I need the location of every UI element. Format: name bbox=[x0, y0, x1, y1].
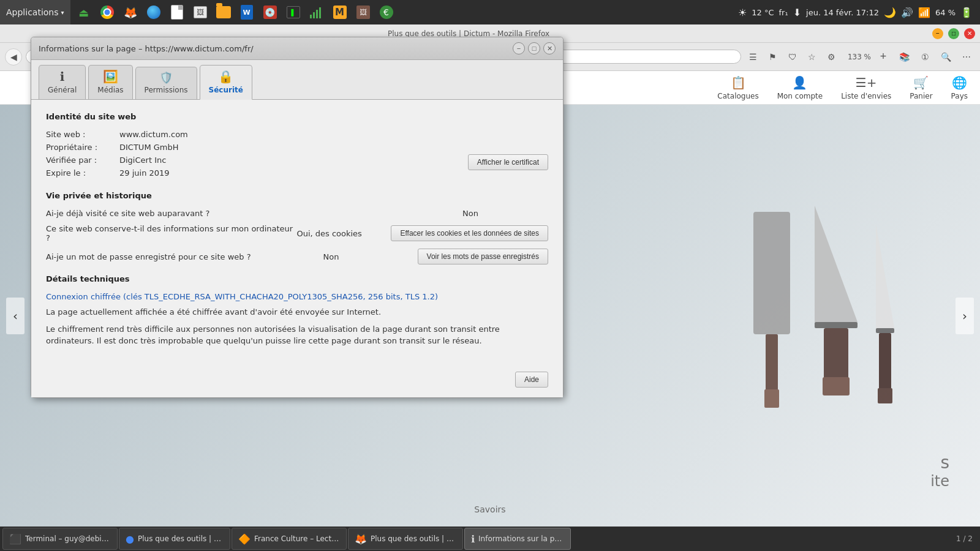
email-icon-btn[interactable] bbox=[143, 1, 165, 23]
verifiee-value: DigiCert Inc bbox=[119, 156, 166, 165]
security-tab-label: Sécurité bbox=[209, 86, 243, 94]
tab-media[interactable]: 🖼️ Médias bbox=[88, 65, 132, 99]
pageinfo-taskbar-label: Informations sur la page – https://… bbox=[478, 534, 564, 543]
tab-security[interactable]: 🔒 Sécurité bbox=[200, 65, 252, 100]
effacer-cookies-button[interactable]: Effacer les cookies et les données de si… bbox=[391, 225, 548, 241]
privacy-q3: Ai-je un mot de passe enregistré pour ce… bbox=[46, 252, 323, 261]
image-viewer-icon-btn[interactable]: 🖼 bbox=[352, 1, 374, 23]
proprietaire-label: Propriétaire : bbox=[46, 143, 119, 152]
security-tab-icon: 🔒 bbox=[218, 69, 233, 84]
dialog-title: Informations sur la page – https://www.d… bbox=[39, 44, 254, 53]
doc-icon bbox=[170, 5, 184, 20]
chrome-icon-btn[interactable] bbox=[96, 1, 118, 23]
gallery-icon: 🖼 bbox=[193, 5, 208, 20]
voir-mdp-button[interactable]: Voir les mots de passe enregistrés bbox=[418, 249, 548, 264]
site-web-label: Site web : bbox=[46, 130, 119, 139]
taskbar-chrome[interactable]: ● Plus que des outils | Dictum – Chr… bbox=[119, 528, 230, 550]
verifiee-label: Vérifiée par : bbox=[46, 156, 119, 165]
general-tab-icon: ℹ️ bbox=[60, 69, 65, 84]
taskbar-vlc[interactable]: 🔶 France Culture – Lecteur multiméd… bbox=[232, 528, 347, 550]
firefox-icon-btn[interactable]: 🦊 bbox=[119, 1, 141, 23]
moon-icon: 🌙 bbox=[884, 7, 896, 18]
gallery-icon-btn[interactable]: 🖼 bbox=[189, 1, 211, 23]
email-icon bbox=[146, 5, 161, 20]
vlc-taskbar-label: France Culture – Lecteur multiméd… bbox=[254, 534, 340, 543]
firefox-icon: 🦊 bbox=[123, 5, 138, 20]
dialog-overlay: Informations sur la page – https://www.d… bbox=[0, 0, 980, 551]
page-info-dialog: Informations sur la page – https://www.d… bbox=[31, 37, 564, 398]
terminal-icon: ▋ bbox=[286, 5, 301, 20]
tech-para1: La page actuellement affichée a été chif… bbox=[46, 306, 548, 318]
afficher-certificat-button[interactable]: Afficher le certificat bbox=[468, 154, 548, 170]
taskbar-terminal[interactable]: ⬛ Terminal – guy@debian: ~ bbox=[2, 528, 118, 550]
dialog-minimize-button[interactable]: − bbox=[513, 42, 525, 54]
firefox-taskbar-icon: 🦊 bbox=[355, 533, 367, 545]
system-tray: ☀ 12 °C fr₁ ⬇ jeu. 14 févr. 17:12 🌙 🔊 📶 … bbox=[738, 7, 980, 18]
expire-row: Expire le : 29 juin 2019 bbox=[46, 168, 456, 178]
download-icon: ⬇ bbox=[793, 7, 801, 18]
datetime-label: jeu. 14 févr. 17:12 bbox=[806, 8, 879, 17]
finance-icon-btn[interactable]: € bbox=[375, 1, 398, 23]
battery-label: 64 % bbox=[935, 8, 956, 17]
doc-icon-btn[interactable] bbox=[166, 1, 188, 23]
cdburn-icon-btn[interactable]: 💿 bbox=[259, 1, 281, 23]
mathapp-icon: M bbox=[333, 5, 347, 20]
aide-button[interactable]: Aide bbox=[515, 372, 548, 388]
sysmon-icon-btn[interactable] bbox=[306, 1, 328, 23]
identity-section-title: Identité du site web bbox=[46, 112, 548, 121]
app-icons-bar: ⏏ 🦊 🖼 bbox=[70, 1, 400, 23]
pageinfo-taskbar-icon: ℹ bbox=[471, 533, 475, 545]
permissions-tab-icon: 🛡️ bbox=[159, 71, 173, 84]
dialog-tabs: ℹ️ Général 🖼️ Médias 🛡️ Permissions 🔒 Sé… bbox=[31, 60, 563, 99]
mathapp-icon-btn[interactable]: M bbox=[329, 1, 351, 23]
text-editor-icon-btn[interactable]: W bbox=[236, 1, 258, 23]
privacy-row-3: Ai-je un mot de passe enregistré pour ce… bbox=[46, 249, 548, 264]
applications-menu[interactable]: Applications ▾ bbox=[0, 0, 70, 24]
chrome-taskbar-icon: ● bbox=[126, 533, 134, 545]
site-web-value: www.dictum.com bbox=[119, 130, 188, 139]
dialog-maximize-button[interactable]: □ bbox=[528, 42, 540, 54]
folder-icon-btn[interactable] bbox=[213, 1, 235, 23]
privacy-section-title: Vie privée et historique bbox=[46, 191, 548, 200]
connection-text: Connexion chiffrée (clés TLS_ECDHE_RSA_W… bbox=[46, 292, 548, 301]
tab-permissions[interactable]: 🛡️ Permissions bbox=[135, 67, 197, 99]
general-tab-label: Général bbox=[48, 86, 77, 94]
network-icon: 📶 bbox=[918, 7, 930, 18]
text-editor-icon: W bbox=[239, 5, 254, 20]
privacy-q1: Ai-je déjà visité ce site web auparavant… bbox=[46, 209, 462, 218]
exit-icon: ⏏ bbox=[77, 5, 91, 20]
dialog-titlebar: Informations sur la page – https://www.d… bbox=[31, 37, 563, 60]
taskbar-pageinfo[interactable]: ℹ Informations sur la page – https://… bbox=[464, 528, 571, 550]
taskbar-firefox[interactable]: 🦊 Plus que des outils | Dictum – Mozi… bbox=[348, 528, 463, 550]
privacy-a3: Non bbox=[323, 252, 409, 261]
dialog-window-controls: − □ ✕ bbox=[513, 42, 556, 54]
taskbar-right-section: 1 / 2 bbox=[956, 534, 978, 543]
technical-section-title: Détails techniques bbox=[46, 274, 548, 283]
expire-label: Expire le : bbox=[46, 168, 119, 178]
cdburn-icon: 💿 bbox=[263, 5, 277, 20]
folder-icon bbox=[216, 5, 231, 20]
vlc-taskbar-icon: 🔶 bbox=[238, 533, 251, 545]
sysmon-icon bbox=[309, 5, 324, 20]
dialog-footer: Aide bbox=[31, 364, 563, 397]
media-tab-icon: 🖼️ bbox=[103, 69, 118, 84]
battery-icon: 🔋 bbox=[960, 7, 973, 18]
tab-general[interactable]: ℹ️ Général bbox=[39, 65, 86, 99]
terminal-icon-btn[interactable]: ▋ bbox=[282, 1, 304, 23]
chrome-icon bbox=[100, 5, 115, 20]
firefox-taskbar-label: Plus que des outils | Dictum – Mozi… bbox=[371, 534, 456, 543]
finance-icon: € bbox=[379, 5, 394, 20]
dialog-close-button[interactable]: ✕ bbox=[543, 42, 556, 54]
tech-para2: Le chiffrement rend très difficile aux p… bbox=[46, 323, 548, 347]
chrome-taskbar-label: Plus que des outils | Dictum – Chr… bbox=[138, 534, 224, 543]
applications-label: Applications bbox=[6, 7, 59, 17]
proprietaire-row: Propriétaire : DICTUM GmbH bbox=[46, 143, 456, 152]
dialog-content: Identité du site web Site web : www.dict… bbox=[31, 99, 563, 364]
weather-icon: ☀ bbox=[738, 7, 747, 18]
media-tab-label: Médias bbox=[97, 86, 123, 94]
volume-icon: 🔊 bbox=[901, 7, 913, 18]
privacy-a2: Oui, des cookies bbox=[296, 229, 382, 238]
exit-icon-btn[interactable]: ⏏ bbox=[73, 1, 95, 23]
site-web-row: Site web : www.dictum.com bbox=[46, 130, 456, 139]
top-taskbar: Applications ▾ ⏏ 🦊 bbox=[0, 0, 980, 24]
